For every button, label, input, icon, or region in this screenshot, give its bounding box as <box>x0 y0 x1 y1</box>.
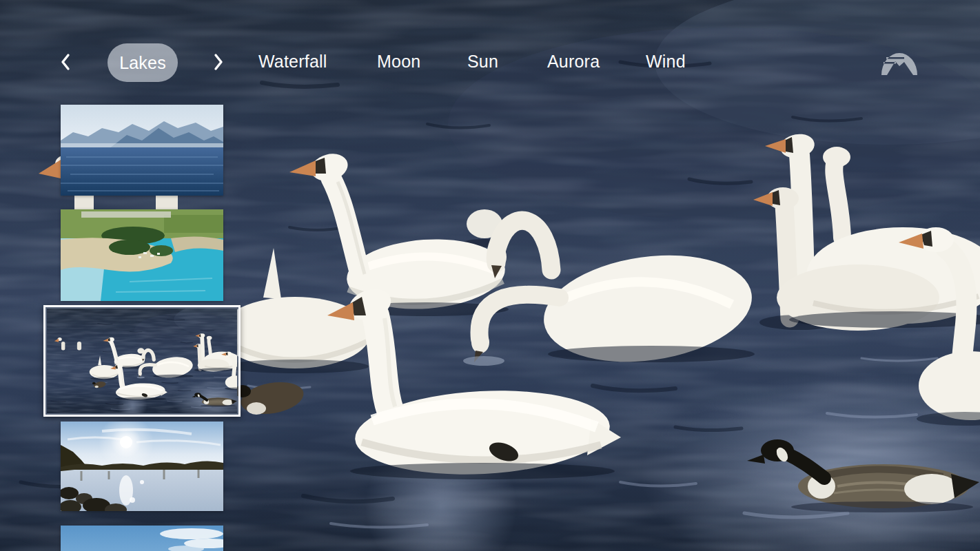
mountain-dome-icon <box>881 50 918 75</box>
thumbnail-aerial-turquoise-lake[interactable] <box>61 209 223 301</box>
thumbnail-sky-over-lake[interactable] <box>61 526 223 551</box>
aerial-lake-image <box>61 209 223 301</box>
mountain-lake-image <box>61 105 223 196</box>
prev-category-button[interactable] <box>54 50 77 74</box>
category-wind[interactable]: Wind <box>646 52 686 70</box>
sky-image <box>61 526 223 551</box>
thumbnail-swans-selected[interactable] <box>43 305 241 417</box>
chevron-right-icon <box>212 52 225 72</box>
chevron-left-icon <box>59 52 72 72</box>
category-label-selected: Lakes <box>119 53 166 73</box>
category-waterfall[interactable]: Waterfall <box>258 52 327 70</box>
thumbnail-sunrise-over-lake[interactable] <box>61 422 223 511</box>
thumbnail-mountain-lake[interactable] <box>61 105 223 196</box>
wallpaper-picker-screen: Lakes Waterfall Moon Sun Aurora Wind <box>0 0 980 551</box>
app-logo <box>881 50 918 75</box>
next-category-button[interactable] <box>207 50 230 74</box>
swans-image <box>47 309 237 413</box>
sunrise-lake-image <box>61 422 223 511</box>
category-moon[interactable]: Moon <box>377 52 420 70</box>
category-pill-lakes[interactable]: Lakes <box>108 43 178 82</box>
category-aurora[interactable]: Aurora <box>547 52 600 70</box>
category-sun[interactable]: Sun <box>467 52 498 70</box>
